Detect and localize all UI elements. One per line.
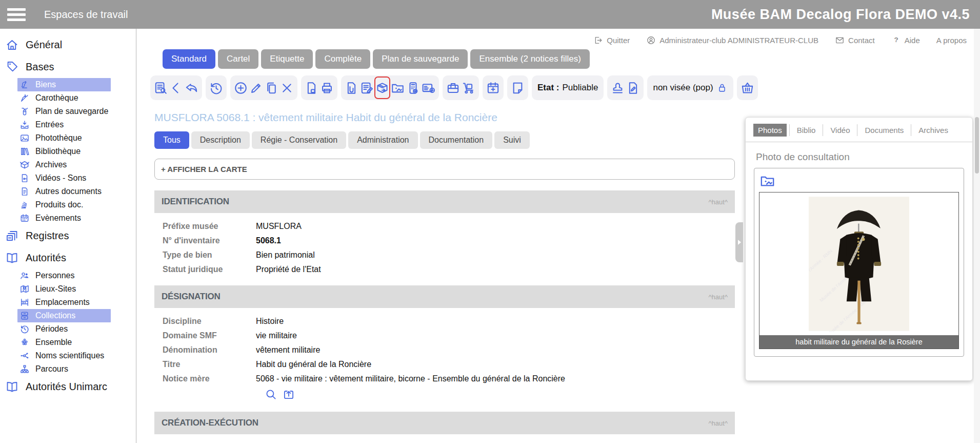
sidebar-item-lieux-sites[interactable]: Lieux-Sites: [17, 282, 111, 296]
view-tab-plan-de-sauvegarde[interactable]: Plan de sauvegarde: [373, 49, 468, 69]
quitter-link[interactable]: Quitter: [593, 35, 630, 45]
panel-collapse-handle[interactable]: [735, 222, 743, 262]
view-tab-complete[interactable]: Complète: [315, 49, 370, 69]
record-tab-description[interactable]: Description: [191, 131, 250, 149]
svg-text:?: ?: [894, 36, 898, 44]
state-value: Publiable: [563, 83, 598, 93]
media-tab-archives[interactable]: Archives: [911, 124, 955, 136]
view-tab-ensemble-notices[interactable]: Ensemble (2 notices filles): [470, 49, 589, 69]
calculator-icon: [406, 81, 421, 95]
duplicate-button[interactable]: [264, 78, 279, 98]
record-tab-documentation[interactable]: Documentation: [420, 131, 493, 149]
card-plus-icon: [421, 81, 436, 95]
copy-icon: [264, 81, 279, 95]
calendar-add-button[interactable]: [486, 78, 501, 98]
sidebar-item-emplacements[interactable]: Emplacements: [17, 296, 111, 309]
aide-link[interactable]: ? Aide: [891, 35, 920, 45]
page-scrollbar[interactable]: [974, 29, 980, 443]
field-row-0: Discipline Histoire: [154, 316, 735, 326]
printer-icon: [319, 81, 334, 95]
record-tab-tous[interactable]: Tous: [154, 131, 189, 149]
trolley-button[interactable]: [461, 78, 476, 98]
field-row-0: Préfixe musée MUSFLORA: [154, 221, 735, 232]
export-page-button[interactable]: [304, 78, 319, 98]
view-tab-etiquette[interactable]: Etiquette: [261, 49, 313, 69]
page-edit-button[interactable]: [626, 78, 641, 98]
object-photo[interactable]: Musée de l'Armée - RMN Musée de l'Armée …: [759, 192, 958, 335]
search-notice-button[interactable]: [264, 388, 277, 401]
shelf-icon: [19, 297, 30, 307]
print-button[interactable]: [319, 78, 334, 98]
sidebar-item-evenements[interactable]: Evènements: [17, 211, 111, 225]
sidebar-item-carotheque[interactable]: Carothèque: [17, 91, 111, 105]
sidebar-item-autorites-unimarc[interactable]: Autorités Unimarc: [0, 376, 136, 398]
sidebar-item-biens[interactable]: Biens: [17, 78, 111, 91]
sidebar-item-bases[interactable]: Bases: [0, 56, 136, 78]
photo-card: Musée de l'Armée - RMN Musée de l'Armée …: [754, 168, 964, 357]
photo-folder-icon[interactable]: [759, 172, 776, 189]
back-to-top-link[interactable]: ^haut^: [708, 198, 728, 206]
sidebar-item-personnes[interactable]: Personnes: [17, 269, 111, 282]
sidebar-item-entrees[interactable]: Entrées: [17, 118, 111, 131]
basket-button[interactable]: [740, 78, 755, 98]
list-search-button[interactable]: [153, 78, 168, 98]
toolbox-button[interactable]: [446, 78, 461, 98]
workspace-label[interactable]: Espaces de travail: [44, 9, 128, 21]
field-row-1: Domaine SMF vie militaire: [154, 330, 735, 341]
media-folder-button[interactable]: [390, 78, 405, 98]
sidebar-item-parcours[interactable]: Parcours: [17, 362, 111, 376]
section-title: CRÉATION-EXÉCUTION: [162, 418, 258, 428]
view-tab-standard[interactable]: Standard: [163, 49, 215, 69]
history-button[interactable]: [209, 78, 224, 98]
sidebar-item-collections[interactable]: Collections: [17, 309, 111, 322]
stack-icon: [19, 200, 30, 210]
sidebar-item-plan-de-sauvegarde[interactable]: Plan de sauvegarde: [17, 105, 111, 118]
stamp-button[interactable]: [610, 78, 625, 98]
movement-box-button[interactable]: [375, 77, 390, 99]
undo-button[interactable]: [184, 78, 199, 98]
sidebar-item-general[interactable]: Général: [0, 34, 136, 56]
sidebar-item-bibliotheque[interactable]: Bibliothèque: [17, 145, 111, 158]
back-button[interactable]: [169, 78, 184, 98]
show-map-toggle[interactable]: + AFFICHER LA CARTE: [154, 159, 735, 180]
media-tab-documents[interactable]: Documents: [857, 124, 911, 136]
apropos-link[interactable]: A propos: [936, 36, 967, 45]
page-attach-icon: [344, 81, 359, 95]
delete-button[interactable]: [279, 78, 294, 98]
media-tab-video[interactable]: Vidéo: [823, 124, 857, 136]
lock-icon[interactable]: [716, 82, 728, 93]
back-to-top-link[interactable]: ^haut^: [708, 293, 728, 301]
field-row-1: N° d'inventaire 5068.1: [154, 235, 735, 246]
record-tab-administration[interactable]: Administration: [348, 131, 417, 149]
edit-button[interactable]: [249, 78, 264, 98]
open-notice-button[interactable]: [282, 388, 295, 401]
sidebar-item-noms-scientifiques[interactable]: Noms scientifiques: [17, 349, 111, 362]
record-tab-suivi[interactable]: Suivi: [494, 131, 530, 149]
hamburger-menu-icon[interactable]: [7, 6, 26, 24]
sidebar-item-registres[interactable]: Registres: [0, 225, 136, 247]
view-tab-cartel[interactable]: Cartel: [218, 49, 258, 69]
form-edit-icon: [359, 81, 374, 95]
media-tab-photos[interactable]: Photos: [753, 124, 787, 137]
sidebar-item-produits-doc[interactable]: Produits doc.: [17, 198, 111, 211]
card-plus-button[interactable]: [421, 78, 436, 98]
sidebar-item-phototheque[interactable]: Photothèque: [17, 131, 111, 145]
valuation-button[interactable]: [406, 78, 421, 98]
form-edit-button[interactable]: [359, 78, 374, 98]
add-button[interactable]: [233, 78, 248, 98]
record-tab-regie-conservation[interactable]: Régie - Conservation: [252, 131, 346, 149]
sidebar-item-autorites[interactable]: Autorités: [0, 247, 136, 269]
user-menu[interactable]: Administrateur-club ADMINISTRATEUR-CLUB: [646, 35, 818, 45]
sidebar-item-archives[interactable]: Archives: [17, 158, 111, 171]
back-to-top-link[interactable]: ^haut^: [708, 419, 728, 427]
sidebar-item-autres-documents[interactable]: Autres documents: [17, 185, 111, 198]
sidebar-item-videos-sons[interactable]: Vidéos - Sons: [17, 171, 111, 185]
sidebar-item-ensemble[interactable]: Ensemble: [17, 336, 111, 349]
attach-page-button[interactable]: [344, 78, 359, 98]
note-button[interactable]: [510, 78, 525, 98]
uniform-photo-drawing: Musée de l'Armée - RMN Musée de l'Armée …: [809, 196, 909, 332]
contact-link[interactable]: Contact: [835, 35, 875, 45]
media-tab-biblio[interactable]: Biblio: [789, 124, 823, 136]
sidebar-item-periodes[interactable]: Périodes: [17, 322, 111, 336]
scrollbar-thumb[interactable]: [975, 117, 979, 174]
